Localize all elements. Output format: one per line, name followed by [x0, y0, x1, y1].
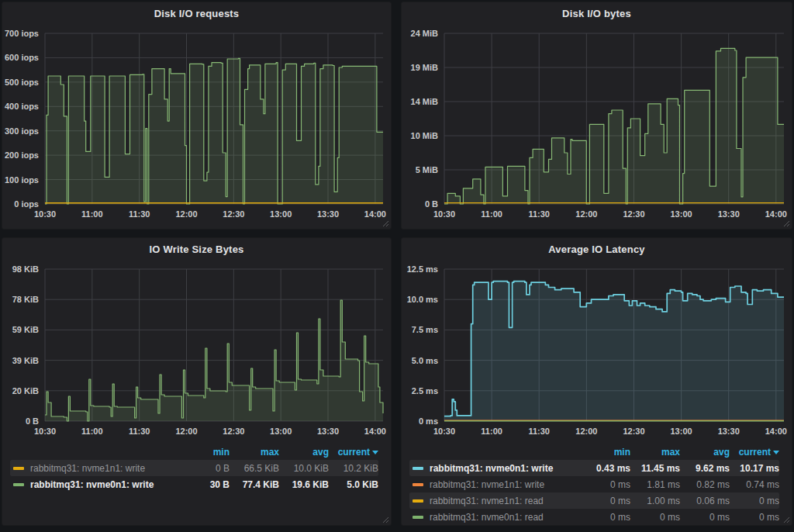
- x-axis-tick-label: 12:30: [223, 209, 244, 219]
- y-axis-tick-label: 7.5 ms: [412, 325, 438, 334]
- panel-resize-handle[interactable]: [783, 220, 790, 227]
- legend-value-avg: 19.6 KiB: [279, 479, 329, 490]
- legend-column-max[interactable]: max: [230, 447, 279, 458]
- legend-column-min[interactable]: min: [581, 447, 630, 458]
- legend-row: rabbitmq31: nvme0n1: read0 ms0 ms0 ms0 m…: [409, 509, 779, 525]
- panel-header: Average IO Latency: [402, 238, 792, 260]
- legend-value-max: 11.45 ms: [630, 463, 680, 474]
- x-axis-tick-label: 11:30: [528, 209, 550, 219]
- legend-series-label[interactable]: rabbitmq31: nvme1n1: write: [409, 479, 581, 490]
- x-axis-tick-label: 12:00: [575, 209, 597, 219]
- legend-column-max[interactable]: max: [630, 447, 680, 458]
- y-axis-tick-label: 20 KiB: [12, 386, 39, 396]
- y-axis-tick-label: 300 iops: [5, 126, 39, 136]
- y-axis-tick-label: 78 KiB: [12, 295, 39, 304]
- panel-title[interactable]: Average IO Latency: [548, 244, 645, 255]
- panel-header: IO Write Size Bytes: [2, 238, 391, 260]
- x-axis-tick-label: 13:30: [718, 209, 740, 219]
- legend-value-current: 0 ms: [730, 496, 779, 506]
- x-axis-tick-label: 12:00: [175, 209, 197, 219]
- y-axis-tick-label: 10.0 ms: [407, 295, 438, 304]
- legend-value-avg: 0 ms: [680, 512, 730, 523]
- average-io-latency-graph[interactable]: 0 ms2.5 ms5.0 ms7.5 ms10.0 ms12.5 ms10:3…: [402, 260, 792, 444]
- x-axis-tick-label: 13:30: [317, 427, 339, 436]
- x-axis-tick-label: 14:00: [364, 427, 386, 436]
- grafana-dashboard: Disk I/O requests 0 iops100 iops200 iops…: [0, 0, 794, 532]
- legend-series-label[interactable]: rabbitmq31: nvme1n1: write: [10, 463, 180, 474]
- series-color-swatch[interactable]: [13, 467, 24, 470]
- legend-value-min: 30 B: [180, 479, 230, 490]
- series-color-swatch[interactable]: [413, 467, 423, 470]
- panel-title[interactable]: IO Write Size Bytes: [149, 244, 243, 255]
- y-axis-tick-label: 0 iops: [14, 199, 39, 209]
- disk-io-bytes-graph[interactable]: 0 B5 MiB10 MiB14 MiB19 MiB24 MiB10:3011:…: [402, 24, 792, 229]
- panel-resize-handle[interactable]: [382, 516, 389, 523]
- legend-value-current: 10.17 ms: [730, 463, 779, 474]
- series-area: [444, 48, 784, 204]
- legend-row: rabbitmq31: nvme1n1: read0 ms1.00 ms0.06…: [409, 492, 779, 509]
- x-axis-tick-label: 11:00: [81, 209, 103, 219]
- y-axis-tick-label: 200 iops: [5, 150, 39, 160]
- x-axis-tick-label: 11:30: [528, 427, 550, 436]
- y-axis-tick-label: 0 ms: [419, 416, 438, 426]
- legend-row: rabbitmq31: nvme0n1: write0.43 ms11.45 m…: [409, 460, 779, 476]
- x-axis-tick-label: 11:00: [81, 427, 103, 436]
- panel-resize-handle[interactable]: [382, 220, 389, 227]
- legend-value-current: 0.74 ms: [730, 479, 779, 490]
- x-axis-tick-label: 13:30: [317, 209, 339, 219]
- x-axis-tick-label: 11:30: [129, 427, 150, 436]
- x-axis-tick-label: 14:00: [765, 209, 787, 219]
- sort-caret-icon: [773, 451, 779, 454]
- legend-column-current[interactable]: current: [329, 447, 378, 458]
- y-axis-tick-label: 2.5 ms: [412, 386, 438, 396]
- x-axis-tick-label: 10:30: [433, 209, 455, 219]
- legend-series-label[interactable]: rabbitmq31: nvme1n1: read: [409, 496, 581, 506]
- x-axis-tick-label: 13:30: [718, 427, 740, 436]
- y-axis-tick-label: 12.5 ms: [407, 264, 438, 274]
- y-axis-tick-label: 0 B: [425, 199, 438, 209]
- panel-average-io-latency: Average IO Latency 0 ms2.5 ms5.0 ms7.5 m…: [401, 237, 792, 526]
- legend-column-avg[interactable]: avg: [680, 447, 730, 458]
- legend-series-label[interactable]: rabbitmq31: nvme0n1: write: [409, 463, 581, 474]
- legend-value-min: 0 B: [180, 463, 230, 474]
- series-color-swatch[interactable]: [413, 516, 423, 519]
- legend-column-min[interactable]: min: [180, 447, 230, 458]
- y-axis-tick-label: 59 KiB: [12, 325, 39, 334]
- legend-header: minmaxavgcurrent: [10, 444, 378, 460]
- legend-table: minmaxavgcurrentrabbitmq31: nvme1n1: wri…: [2, 444, 391, 492]
- series-color-swatch[interactable]: [413, 483, 423, 486]
- legend-value-current: 10.2 KiB: [329, 463, 378, 474]
- panel-disk-io-requests: Disk I/O requests 0 iops100 iops200 iops…: [2, 2, 392, 230]
- series-color-swatch[interactable]: [13, 483, 24, 486]
- legend-value-min: 0.43 ms: [581, 463, 630, 474]
- x-axis-tick-label: 12:00: [575, 427, 597, 436]
- x-axis-tick-label: 14:00: [364, 209, 386, 219]
- legend-row: rabbitmq31: nvme1n1: write0 ms1.81 ms0.8…: [409, 476, 779, 492]
- panel-resize-handle[interactable]: [783, 516, 790, 523]
- legend-value-current: 5.0 KiB: [329, 479, 378, 490]
- legend-row: rabbitmq31: nvme0n1: write30 B77.4 KiB19…: [10, 476, 378, 492]
- y-axis-tick-label: 400 iops: [5, 102, 39, 111]
- legend-series-label[interactable]: rabbitmq31: nvme0n1: write: [10, 479, 180, 490]
- legend-value-max: 1.00 ms: [630, 496, 680, 506]
- panel-title[interactable]: Disk I/O bytes: [562, 8, 631, 19]
- x-axis-tick-label: 13:00: [671, 427, 692, 436]
- panel-title[interactable]: Disk I/O requests: [154, 8, 240, 19]
- series-color-swatch[interactable]: [413, 499, 423, 503]
- disk-io-requests-graph[interactable]: 0 iops100 iops200 iops300 iops400 iops50…: [2, 24, 391, 229]
- x-axis-tick-label: 12:00: [175, 427, 197, 436]
- legend-value-max: 66.5 KiB: [230, 463, 279, 474]
- legend-value-avg: 0.06 ms: [680, 496, 730, 506]
- series-area: [444, 282, 784, 421]
- legend-column-current[interactable]: current: [730, 447, 779, 458]
- x-axis-tick-label: 10:30: [34, 209, 56, 219]
- legend-column-avg[interactable]: avg: [279, 447, 329, 458]
- series-area: [45, 58, 383, 204]
- legend-value-min: 0 ms: [581, 512, 630, 523]
- legend-series-label[interactable]: rabbitmq31: nvme0n1: read: [409, 512, 581, 523]
- x-axis-tick-label: 12:30: [223, 427, 244, 436]
- x-axis-tick-label: 14:00: [765, 427, 787, 436]
- y-axis-tick-label: 100 iops: [5, 175, 39, 185]
- io-write-size-graph[interactable]: 0 B20 KiB39 KiB59 KiB78 KiB98 KiB10:3011…: [2, 260, 391, 444]
- x-axis-tick-label: 11:00: [481, 209, 502, 219]
